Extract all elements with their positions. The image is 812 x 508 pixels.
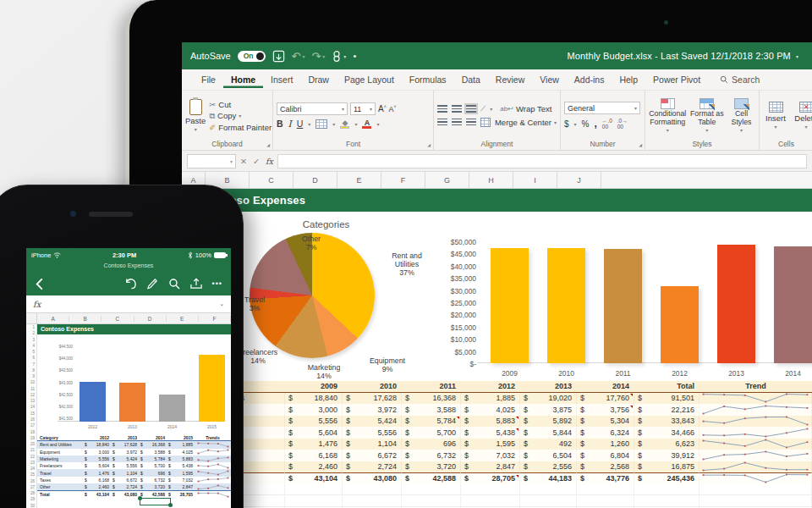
insert-cells-button[interactable]: ← Insert▾ <box>763 93 788 138</box>
table-cell-trend[interactable] <box>700 427 812 439</box>
phone-row-number[interactable]: 27 <box>26 484 35 490</box>
tab-page-layout[interactable]: Page Layout <box>337 71 402 88</box>
table-cell-trend[interactable] <box>700 450 812 461</box>
phone-row-number[interactable]: 10 <box>26 379 35 385</box>
phone-table-header-2015[interactable]: 2015 <box>167 434 195 441</box>
table-cell-value[interactable]: $44,183 <box>520 472 577 484</box>
table-cell-value[interactable]: $5,784 <box>402 416 461 428</box>
font-color-button[interactable]: A <box>362 119 371 129</box>
phone-table-cell-value[interactable]: $3,000 <box>83 449 111 456</box>
comma-style-button[interactable]: , <box>594 118 596 130</box>
table-cell-value[interactable]: $492 <box>520 439 577 450</box>
phone-column-header-F[interactable]: F <box>199 316 231 322</box>
enter-button[interactable]: ✓ <box>253 157 260 166</box>
phone-table-cell-value[interactable]: $1,476 <box>83 469 111 476</box>
table-cell-value[interactable]: $1,104 <box>343 439 402 450</box>
phone-table-cell-category[interactable]: Other <box>37 483 83 490</box>
table-cell-value[interactable]: $43,776 <box>577 472 634 484</box>
phone-row-number[interactable]: 25 <box>26 472 35 478</box>
selection-handle-icon[interactable] <box>168 503 173 507</box>
undo-button[interactable]: ↶▾ <box>292 50 305 63</box>
phone-table-cell-value[interactable]: $17,628 <box>111 441 139 448</box>
phone-table-cell-value[interactable]: $4,025 <box>167 449 195 456</box>
column-header-I[interactable]: I <box>513 172 557 188</box>
percent-button[interactable]: % <box>582 119 590 129</box>
tab-file[interactable]: File <box>194 71 223 88</box>
table-cell-total[interactable]: $34,466 <box>634 427 700 439</box>
table-cell-value[interactable]: $16,368 <box>402 393 461 405</box>
table-cell-value[interactable]: $6,732 <box>402 450 461 461</box>
table-cell-value[interactable]: $5,883 <box>461 416 520 428</box>
phone-table-cell-value[interactable]: $5,784 <box>139 456 167 462</box>
back-button[interactable] <box>35 278 44 290</box>
table-cell-value[interactable]: $28,705 <box>461 472 520 484</box>
column-header-C[interactable]: C <box>250 172 294 188</box>
phone-table-cell-value[interactable]: $28,705 <box>167 490 195 497</box>
tab-add-ins[interactable]: Add-ins <box>567 71 612 88</box>
phone-column-header-D[interactable]: D <box>134 316 167 322</box>
table-header-trend[interactable]: Trend <box>700 381 812 393</box>
phone-table-cell-value[interactable]: $5,700 <box>139 462 167 469</box>
copy-button[interactable]: ⧉Copy▾ <box>209 111 272 121</box>
phone-row-number[interactable]: 12 <box>26 392 35 398</box>
table-cell-value[interactable]: $4,025 <box>461 404 520 416</box>
table-cell-value[interactable]: $5,604 <box>285 427 343 439</box>
table-header-2009[interactable]: 2009 <box>285 381 343 393</box>
table-cell-total[interactable]: $245,436 <box>634 472 700 484</box>
selection-handle-icon[interactable] <box>138 496 142 500</box>
phone-table-cell-value[interactable]: $6,672 <box>111 477 139 483</box>
more-button[interactable]: ••• <box>212 279 222 288</box>
save-button[interactable] <box>272 50 285 63</box>
phone-row-number[interactable]: 6 <box>26 355 35 361</box>
merge-center-button[interactable]: Merge & Center▾ <box>495 118 557 127</box>
table-cell-total[interactable]: $22,216 <box>634 404 700 416</box>
phone-row-number[interactable]: 29 <box>26 496 35 502</box>
cancel-button[interactable]: ✕ <box>240 157 247 166</box>
column-header-H[interactable]: H <box>469 172 513 188</box>
phone-table-cell-trend[interactable] <box>195 477 231 483</box>
phone-bar-chart[interactable]: $44,500$44,000$43,500$43,000$42,500$42,0… <box>37 334 231 434</box>
phone-table-cell-value[interactable]: $5,556 <box>111 462 139 469</box>
phone-table-cell-value[interactable]: $5,424 <box>111 456 139 462</box>
format-painter-button[interactable]: ✐Format Painter <box>209 123 272 132</box>
table-header-2014[interactable]: 2014 <box>577 381 634 393</box>
delete-cells-button[interactable]: ✕ Delete▾ <box>793 93 812 138</box>
column-header-F[interactable]: F <box>381 172 425 188</box>
phone-column-header-C[interactable]: C <box>102 316 134 322</box>
phone-row-number[interactable]: 15 <box>26 411 35 417</box>
phone-row-number[interactable]: 24 <box>26 466 35 472</box>
phone-row-number[interactable]: 9 <box>26 373 35 379</box>
bold-button[interactable]: B <box>277 119 283 129</box>
table-cell-value[interactable]: $2,556 <box>520 461 577 473</box>
formula-expand-caret[interactable]: ⌄ <box>219 301 224 307</box>
table-cell-value[interactable]: $3,720 <box>402 461 461 473</box>
phone-formula-bar[interactable]: fx ⌄ <box>26 295 231 313</box>
phone-column-header-A[interactable]: A <box>37 316 69 322</box>
tab-data[interactable]: Data <box>454 71 488 88</box>
clipboard-dialog-launcher[interactable]: ◢ <box>266 142 270 147</box>
table-cell-trend[interactable] <box>700 461 812 473</box>
phone-table-cell-trend[interactable] <box>195 490 231 497</box>
undo-icon[interactable] <box>124 278 137 290</box>
phone-table-cell-value[interactable]: $42,588 <box>139 490 167 497</box>
table-cell-value[interactable]: $6,504 <box>520 450 577 461</box>
phone-table-cell-trend[interactable] <box>195 483 231 490</box>
phone-table-cell-value[interactable]: $1,104 <box>111 469 139 476</box>
phone-table-cell-trend[interactable] <box>195 456 231 462</box>
phone-table-header-2012[interactable]: 2012 <box>83 434 111 441</box>
title-caret-icon[interactable]: ▾ <box>796 53 798 59</box>
phone-table-cell-value[interactable]: $5,556 <box>83 456 111 462</box>
table-cell-trend[interactable] <box>700 416 812 428</box>
table-cell-total[interactable]: $33,843 <box>634 416 700 428</box>
search-icon[interactable] <box>168 278 180 290</box>
table-cell-value[interactable]: $7,032 <box>461 450 520 461</box>
phone-table-cell-trend[interactable] <box>195 462 231 469</box>
phone-row-number[interactable]: 20 <box>26 441 35 447</box>
format-as-table-button[interactable]: Format as Table▾ <box>689 93 724 138</box>
tab-review[interactable]: Review <box>488 71 532 88</box>
phone-table-cell-value[interactable]: $5,604 <box>83 462 111 469</box>
table-cell-value[interactable]: $3,588 <box>402 404 461 416</box>
tab-insert[interactable]: Insert <box>263 71 300 88</box>
insert-function-button[interactable]: fx <box>266 157 273 166</box>
selection-outline[interactable] <box>140 498 171 505</box>
